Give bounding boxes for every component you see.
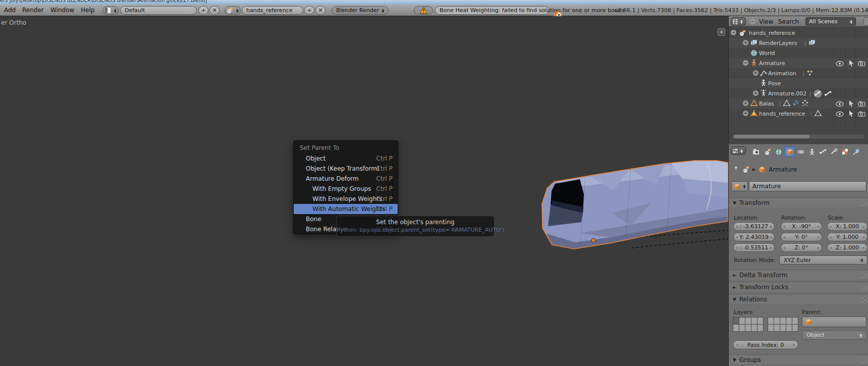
panel-grip[interactable] (857, 272, 867, 279)
object-id-button[interactable]: ▲▼ (731, 181, 748, 191)
menu-item-with-envelope-weights[interactable]: With Envelope Weights Ctrl P (294, 194, 398, 204)
outliner-row-pose[interactable]: Pose (729, 78, 868, 88)
location-x-field[interactable]: ◂: -3.63127▸ (733, 222, 775, 231)
scene-add-button[interactable]: + (304, 6, 314, 15)
scale-z-field[interactable]: ◂Z: 1.000▸ (827, 243, 867, 252)
panel-grip[interactable] (857, 199, 867, 206)
layout-selector[interactable]: Default (120, 6, 197, 15)
layout-add-button[interactable]: + (198, 6, 208, 15)
tab-constraints[interactable] (795, 146, 806, 157)
outliner-row-balas[interactable]: + Balas | (729, 98, 868, 109)
tab-render[interactable] (751, 146, 762, 157)
menu-help[interactable]: Help (81, 7, 94, 14)
panel-header-relations[interactable]: ▼ Relations (729, 294, 868, 304)
tab-bone-constraints[interactable] (829, 146, 839, 157)
rotation-y-field[interactable]: ◂Y: 0°▸ (781, 233, 822, 241)
scene-icon-button[interactable]: ▲▼ (225, 6, 241, 15)
layout-close-button[interactable]: ✕ (209, 6, 220, 15)
parent-object-field[interactable] (802, 317, 866, 327)
outliner-filter-dropdown[interactable]: All Scenes ▲▼ (805, 17, 856, 26)
panel-grip[interactable] (857, 284, 867, 291)
scrollbar-thumb[interactable] (734, 135, 809, 138)
menu-add[interactable]: Add (4, 7, 16, 14)
panel-grip[interactable] (857, 356, 867, 363)
location-y-field[interactable]: ◂Y: 2.43019▸ (733, 233, 775, 241)
outliner-menu-search[interactable]: Search (778, 18, 799, 25)
camera-render-icon[interactable] (858, 111, 866, 118)
scale-y-field[interactable]: ◂Y: 1.000▸ (827, 233, 867, 241)
layers-grid-left[interactable] (733, 318, 764, 332)
collapse-icon[interactable]: − (743, 60, 748, 66)
outliner-row-animation[interactable]: + Animation | (729, 68, 868, 78)
panel-header-transform-locks[interactable]: ► Transform Locks (729, 282, 868, 292)
outliner-row-scene[interactable]: − hands_reference (729, 28, 868, 38)
arm-mesh-object[interactable] (525, 147, 728, 256)
menu-window[interactable]: Window (50, 7, 74, 14)
render-engine-selector[interactable]: Blender Render ▲▼ (332, 6, 389, 15)
outliner-row-world[interactable]: World (729, 48, 868, 58)
menu-render[interactable]: Render (22, 7, 44, 14)
breadcrumb-object: Armature (769, 166, 797, 173)
tab-object-data[interactable] (806, 146, 817, 157)
rotation-z-field[interactable]: ◂Z: 0°▸ (781, 243, 822, 252)
pin-icon[interactable] (733, 166, 739, 173)
editor-type-button[interactable]: ▲▼ (731, 146, 746, 155)
parent-type-dropdown[interactable]: Object ▲▼ (802, 330, 866, 340)
panel-header-groups[interactable]: ▼ Groups (729, 354, 868, 364)
rotation-x-field[interactable]: ◂X: -90°▸ (781, 222, 822, 231)
collapse-all-icon[interactable]: − (750, 19, 755, 24)
stepper-icon: ▲▼ (740, 20, 743, 24)
cursor-arrow-icon[interactable] (847, 60, 855, 67)
pass-index-field[interactable]: ◂ Pass Index: 0 ▸ (733, 340, 798, 349)
tab-scene[interactable] (762, 146, 773, 157)
scene-icon[interactable] (742, 166, 749, 173)
bone-icon (819, 148, 827, 155)
scene-icon (764, 148, 771, 155)
tab-physics[interactable] (851, 146, 861, 157)
outliner-row-renderlayers[interactable]: + RenderLayers | (729, 38, 868, 48)
menu-item-with-empty-groups[interactable]: With Empty Groups Ctrl P (294, 184, 398, 194)
panel-grip[interactable] (857, 296, 867, 303)
scale-x-field[interactable]: ◂X: 1.000▸ (827, 222, 867, 231)
camera-render-icon[interactable] (858, 60, 866, 67)
eye-icon[interactable] (836, 100, 844, 108)
location-z-field[interactable]: ◂: -0.53511▸ (733, 243, 775, 252)
object-name-field[interactable]: Armature (749, 181, 866, 191)
expand-icon[interactable]: + (743, 40, 748, 45)
outliner-horizontal-scrollbar[interactable] (732, 134, 865, 139)
menu-item-with-automatic-weights[interactable]: With Automatic Weights Ctrl P (294, 204, 398, 214)
layers-grid-right[interactable] (768, 318, 798, 332)
outliner-row-armature[interactable]: − Armature (729, 58, 868, 68)
outliner-row-armature-002[interactable]: + Armature.002 | (729, 88, 868, 98)
outliner-menu-view[interactable]: View (759, 18, 773, 25)
expand-icon[interactable]: + (753, 70, 758, 76)
eye-icon[interactable] (836, 60, 844, 67)
layout-icon (104, 7, 111, 14)
rotation-mode-dropdown[interactable]: XYZ Euler ▲▼ (779, 255, 867, 265)
eye-icon[interactable] (836, 111, 844, 118)
screen-layout-icon-button[interactable]: ▲▼ (102, 6, 119, 15)
cursor-arrow-icon[interactable] (847, 110, 855, 117)
scene-close-button[interactable]: ✕ (315, 6, 326, 15)
tab-world[interactable] (773, 146, 784, 157)
cursor-arrow-icon[interactable] (847, 100, 855, 107)
tab-texture[interactable] (840, 146, 850, 157)
menu-item-object[interactable]: Object Ctrl P (294, 153, 398, 164)
expand-icon[interactable]: + (753, 90, 758, 96)
open-panel-plus-button[interactable]: + (718, 28, 725, 36)
expand-icon[interactable]: + (743, 111, 748, 116)
camera-render-icon[interactable] (858, 100, 866, 108)
tab-object[interactable] (784, 146, 795, 157)
editor-type-button[interactable]: ▲▼ (731, 17, 746, 26)
menu-item-object-keep-transform[interactable]: Object (Keep Transform) Ctrl P (294, 164, 398, 174)
tab-bone[interactable] (818, 146, 828, 157)
warning-icon-button[interactable] (414, 6, 433, 15)
panel-header-delta-transform[interactable]: ► Delta Transform (729, 270, 868, 280)
collapse-icon[interactable]: − (731, 30, 736, 35)
renderlayer-data-icon (808, 39, 816, 46)
outliner-row-hands-reference[interactable]: + hands_reference | (729, 109, 868, 119)
panel-header-transform[interactable]: ▼ Transform (729, 197, 868, 207)
menu-item-armature-deform[interactable]: Armature Deform Ctrl P (294, 174, 398, 184)
scene-selector[interactable]: hands_reference (242, 6, 303, 15)
expand-icon[interactable]: + (743, 100, 748, 106)
